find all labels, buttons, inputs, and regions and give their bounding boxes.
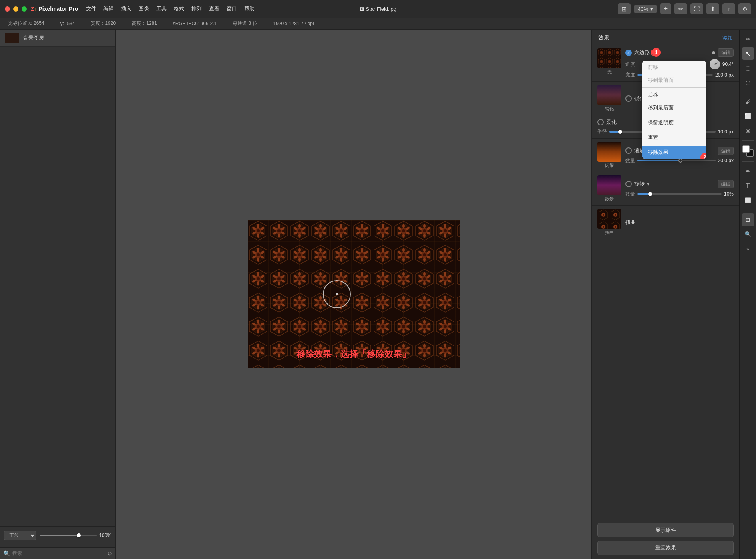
menu-help[interactable]: 帮助 bbox=[244, 5, 255, 12]
hexagon-dropdown-arrow[interactable]: ▾ 1 bbox=[651, 50, 658, 56]
tool-lasso[interactable]: ◌ bbox=[742, 76, 754, 89]
window-title: 🖼 Star Field.jpg bbox=[360, 6, 396, 12]
hexagon-name-select[interactable]: 六边形 ▾ 1 bbox=[634, 49, 658, 56]
zoom-control[interactable]: 40% ▾ bbox=[634, 5, 657, 13]
rotate-amount-track[interactable] bbox=[637, 193, 722, 195]
layer-controls: 正常 100% bbox=[0, 526, 115, 547]
opacity-control: 100% bbox=[40, 533, 111, 538]
hexagon-checkbox[interactable]: ✓ bbox=[625, 50, 632, 56]
effects-panel: 效果 添加 无 bbox=[591, 30, 739, 559]
layer-item[interactable]: 背景图层 bbox=[0, 30, 115, 47]
tool-vector-pen[interactable]: ✒ bbox=[742, 165, 754, 178]
sharpen-thumbnail bbox=[597, 85, 621, 105]
menu-insert[interactable]: 插入 bbox=[121, 5, 131, 12]
badge-2: 2 bbox=[700, 153, 706, 159]
menu-item-preserve-transparency[interactable]: 保留透明度 bbox=[642, 116, 706, 129]
rotate-name: 旋转 bbox=[634, 180, 645, 188]
menu-window[interactable]: 窗口 bbox=[227, 5, 237, 12]
menu-image[interactable]: 图像 bbox=[139, 5, 149, 12]
hexagon-effect-row: 无 ✓ 六边形 ▾ 1 前移 bbox=[592, 45, 739, 82]
width-label: 宽度 bbox=[625, 71, 635, 78]
menu-item-bring-front[interactable]: 移到最前面 bbox=[642, 74, 706, 87]
rotate-radio[interactable] bbox=[625, 181, 632, 187]
minimize-button[interactable] bbox=[13, 6, 18, 12]
layer-thumbnail bbox=[5, 33, 19, 43]
menu-item-remove-effect[interactable]: 移除效果 2 bbox=[642, 146, 706, 159]
tool-brush[interactable]: 🖌 bbox=[742, 95, 754, 108]
menu-item-reset[interactable]: 重置 bbox=[642, 131, 706, 144]
zoom-edit-button[interactable]: 编辑 bbox=[718, 147, 734, 155]
menu-arrange[interactable]: 排列 bbox=[191, 5, 202, 12]
foreground-color-swatch[interactable] bbox=[742, 145, 750, 153]
zoom-amount-value: 20.0 px bbox=[718, 158, 734, 163]
bokeh-label: 散景 bbox=[597, 196, 621, 202]
titlebar: Z↑ Pixelmator Pro 文件 编辑 插入 图像 工具 格式 排列 查… bbox=[0, 0, 756, 18]
canvas-area[interactable]: 移除效果，选择「移除效果」 bbox=[116, 30, 591, 559]
add-effect-button[interactable]: 添加 bbox=[722, 34, 733, 42]
soften-radius-value: 10.0 px bbox=[718, 129, 734, 135]
filter-icon[interactable]: ⊜ bbox=[107, 550, 112, 557]
menu-edit[interactable]: 编辑 bbox=[103, 5, 114, 12]
cursor-x-label: 光标位置 x: 2654 bbox=[8, 20, 44, 27]
sharpen-thumb-container: 锐化 bbox=[597, 85, 621, 112]
settings-btn[interactable]: ⚙ bbox=[738, 3, 751, 14]
tool-rectangle-select[interactable]: ⬚ bbox=[742, 61, 754, 74]
crop-tool-btn[interactable]: ⛶ bbox=[690, 3, 703, 14]
tool-eraser[interactable]: ⬜ bbox=[742, 110, 754, 123]
opacity-slider-track[interactable] bbox=[40, 535, 97, 536]
rotate-thumbnail bbox=[597, 175, 621, 195]
menu-item-send-back[interactable]: 移到最后面 bbox=[642, 101, 706, 114]
export-btn[interactable]: ⬆ bbox=[706, 3, 719, 14]
search-input[interactable] bbox=[12, 551, 105, 556]
resolution: 1920 x 1281 72 dpi bbox=[273, 21, 314, 26]
zoom-thumb-bg bbox=[597, 142, 621, 162]
zoom-radio[interactable] bbox=[625, 147, 632, 154]
sharpen-thumb-bg bbox=[597, 85, 621, 105]
menu-tools[interactable]: 工具 bbox=[156, 5, 167, 12]
add-canvas-btn[interactable]: + bbox=[660, 3, 671, 14]
tool-pen[interactable]: ✏ bbox=[742, 33, 754, 46]
menu-view[interactable]: 查看 bbox=[209, 5, 219, 12]
layer-name: 背景图层 bbox=[23, 34, 44, 42]
hexagon-header: ✓ 六边形 ▾ 1 前移 移到最前面 bbox=[625, 48, 734, 57]
rotate-amount-label: 数量 bbox=[625, 191, 635, 198]
tool-text[interactable]: T bbox=[742, 179, 754, 192]
view-toggle-btn[interactable]: ⊞ bbox=[618, 3, 631, 14]
bit-depth: 每通道 8 位 bbox=[233, 20, 257, 27]
hexagon-edit-button[interactable]: 编辑 bbox=[718, 48, 734, 57]
rotate-amount-row: 数量 10% bbox=[625, 191, 734, 198]
menu-item-forward[interactable]: 前移 bbox=[642, 61, 706, 74]
tool-fill[interactable]: ◉ bbox=[742, 124, 754, 137]
menu-format[interactable]: 格式 bbox=[174, 5, 184, 12]
close-button[interactable] bbox=[5, 6, 10, 12]
rotate-edit-button[interactable]: 编辑 bbox=[718, 180, 734, 188]
rotate-chevron[interactable]: ▾ bbox=[647, 181, 649, 187]
show-original-button[interactable]: 显示原件 bbox=[597, 523, 734, 537]
menu-file[interactable]: 文件 bbox=[86, 5, 96, 12]
fullscreen-button[interactable] bbox=[22, 6, 27, 12]
blend-mode-select[interactable]: 正常 bbox=[4, 531, 36, 540]
share-btn[interactable]: ↑ bbox=[722, 3, 735, 14]
tool-shape[interactable]: ⬜ bbox=[742, 194, 754, 206]
hexagon-label: 无 bbox=[597, 69, 621, 75]
cursor-y-label: y: -534 bbox=[60, 21, 75, 26]
tool-stamp[interactable]: ⊞ bbox=[742, 213, 754, 226]
zoom-amount-label: 数量 bbox=[625, 157, 635, 164]
pen-tool-btn[interactable]: ✏ bbox=[674, 3, 687, 14]
tool-select[interactable]: ↖ bbox=[742, 47, 754, 60]
tool-search[interactable]: 🔍 bbox=[742, 228, 754, 240]
cursor-y-value: -534 bbox=[65, 21, 75, 26]
rotate-params: 旋转 ▾ 编辑 数量 10% bbox=[625, 180, 734, 198]
tool-divider-3 bbox=[742, 161, 754, 162]
bottom-caption: 移除效果，选择「移除效果」 bbox=[296, 348, 411, 360]
menu-item-backward[interactable]: 后移 bbox=[642, 89, 706, 101]
zoom-amount-track[interactable] bbox=[637, 160, 716, 161]
menu-bar: 文件 编辑 插入 图像 工具 格式 排列 查看 窗口 帮助 bbox=[86, 5, 255, 12]
sharpen-radio[interactable] bbox=[625, 95, 632, 102]
width-value: 200.0 px bbox=[715, 72, 734, 78]
reset-effects-button[interactable]: 重置效果 bbox=[597, 541, 734, 555]
soften-radio[interactable] bbox=[597, 119, 604, 125]
expand-tools-btn[interactable]: » bbox=[746, 246, 750, 253]
dropdown-menu: 前移 移到最前面 后移 移到最后面 保留透明度 重置 移除效果 bbox=[642, 61, 706, 159]
angle-dial[interactable] bbox=[710, 59, 720, 69]
